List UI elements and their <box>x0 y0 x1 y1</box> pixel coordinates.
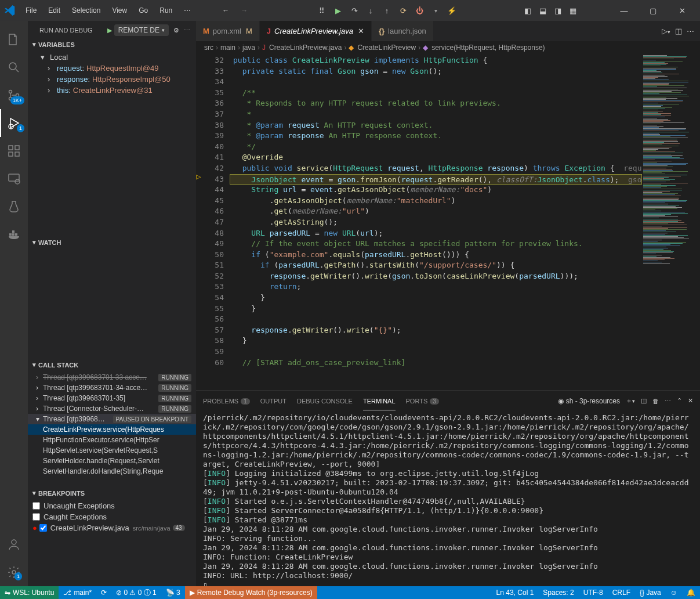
status-language[interactable]: {} Java <box>635 589 666 597</box>
callstack-frame[interactable]: CreateLinkPreview.service(HttpReques <box>28 424 196 435</box>
bp-uncaught-exceptions[interactable]: Uncaught Exceptions <box>28 500 196 511</box>
run-icon[interactable]: ▷▾ <box>662 27 670 35</box>
settings-gear-icon[interactable]: 1 <box>0 558 28 586</box>
status-eol[interactable]: CRLF <box>608 589 635 597</box>
status-branch[interactable]: ⎇main* <box>59 589 96 597</box>
remote-explorer-icon[interactable] <box>0 165 28 193</box>
menu-go[interactable]: Go <box>134 4 153 17</box>
accounts-icon[interactable] <box>0 531 28 558</box>
minimize-button[interactable]: — <box>611 0 637 21</box>
status-ports[interactable]: 📡 3 <box>161 589 185 597</box>
hot-reload-icon[interactable]: ⚡ <box>445 4 458 17</box>
restart-icon[interactable]: ⟳ <box>397 4 409 17</box>
search-icon[interactable] <box>0 53 28 81</box>
tab-more-icon[interactable]: ⋯ <box>687 27 694 35</box>
status-remote[interactable]: ⇋WSL: Ubuntu <box>0 586 59 599</box>
close-tab-icon[interactable]: ✕ <box>358 27 364 35</box>
bp-caught-exceptions[interactable]: Caught Exceptions <box>28 511 196 522</box>
code-editor[interactable]: ▷ 32333435363738394041424344454647484950… <box>196 54 700 390</box>
maximize-panel-icon[interactable]: ⌃ <box>677 397 682 405</box>
step-out-icon[interactable]: ↑ <box>380 4 393 17</box>
file-tab[interactable]: {}launch.json <box>372 21 434 41</box>
callstack-thread-row[interactable]: ›Thread [qtp399683701-35]RUNNING <box>28 393 196 403</box>
breakpoints-section-header[interactable]: ▾BREAKPOINTS <box>28 487 196 499</box>
callstack-frame[interactable]: ServletHandler.doHandle(String,Reque <box>28 466 196 477</box>
minimap[interactable] <box>642 54 700 390</box>
debug-settings-icon[interactable]: ⚙ <box>173 27 179 34</box>
variables-section-header[interactable]: ▾VARIABLES <box>28 38 196 50</box>
bp-file-checkbox[interactable] <box>39 524 47 532</box>
status-notifications[interactable]: 🔔 <box>682 589 700 597</box>
callstack-thread-row[interactable]: ›Thread [qtp399683701-34-acce…RUNNING <box>28 383 196 393</box>
bp-uncaught-checkbox[interactable] <box>32 502 40 510</box>
status-feedback[interactable]: ☺ <box>666 589 682 597</box>
status-sync[interactable]: ⟳ <box>96 589 111 597</box>
new-terminal-icon[interactable]: ＋▾ <box>626 396 635 405</box>
kill-terminal-icon[interactable]: 🗑 <box>652 398 659 405</box>
source-control-icon[interactable]: 1K+ <box>0 81 28 109</box>
layout-sidebar-right-icon[interactable]: ◨ <box>552 4 564 17</box>
watch-section-header[interactable]: ▾WATCH <box>28 236 196 248</box>
debug-more-icon[interactable]: ⋯ <box>184 27 190 34</box>
file-tab[interactable]: Mpom.xmlM <box>196 21 260 41</box>
callstack-thread-row[interactable]: ›Thread [qtp399683701 33 acce…RUNNING <box>28 372 196 383</box>
step-into-icon[interactable]: ↓ <box>364 4 377 17</box>
breakpoint-marker-icon[interactable]: ▷ <box>196 173 201 181</box>
split-editor-icon[interactable]: ◫ <box>675 27 682 35</box>
menu-more[interactable]: ⋯ <box>179 4 195 17</box>
callstack-frame[interactable]: HttpFunctionExecutor.service(HttpSer <box>28 435 196 445</box>
step-over-icon[interactable]: ↷ <box>348 4 361 17</box>
panel-tab-ports[interactable]: PORTS3 <box>406 396 439 406</box>
docker-icon[interactable] <box>0 221 28 248</box>
debug-config-select[interactable]: Remote De ▾ <box>114 24 169 36</box>
testing-icon[interactable] <box>0 193 28 221</box>
status-indent[interactable]: Spaces: 2 <box>538 589 578 597</box>
menu-edit[interactable]: Edit <box>43 4 65 17</box>
panel-tab-output[interactable]: OUTPUT <box>260 396 286 406</box>
terminal-content[interactable]: /pierrick/.m2/repository/io/cloudevents/… <box>196 411 700 586</box>
disconnect-icon[interactable]: ⏻ <box>413 4 426 17</box>
variable-row[interactable]: ›response: HttpResponseImpl@50 <box>34 74 196 85</box>
bp-file-row[interactable]: ●CreateLinkPreview.javasrc/main/java43 <box>28 522 196 533</box>
menu-run[interactable]: Run <box>155 4 177 17</box>
panel-tab-debugconsole[interactable]: DEBUG CONSOLE <box>297 396 353 406</box>
callstack-section-header[interactable]: ▾CALL STACK <box>28 359 196 371</box>
run-debug-icon[interactable]: 1 <box>0 109 28 137</box>
panel-tab-problems[interactable]: PROBLEMS1 <box>203 396 250 406</box>
explorer-icon[interactable] <box>0 26 28 53</box>
callstack-thread-paused[interactable]: ▾Thread [qtp39968…PAUSED ON BREAKPOINT <box>28 414 196 424</box>
extensions-icon[interactable] <box>0 137 28 165</box>
variables-scope-local[interactable]: ▾Local <box>34 52 196 63</box>
layout-sidebar-left-icon[interactable]: ◧ <box>521 4 534 17</box>
bp-caught-checkbox[interactable] <box>32 513 40 521</box>
variable-row[interactable]: ›this: CreateLinkPreview@31 <box>34 85 196 96</box>
status-problems[interactable]: ⊘ 0 ⚠ 0 ⓘ 1 <box>111 588 161 598</box>
panel-tab-terminal[interactable]: TERMINAL <box>363 396 396 406</box>
layout-panel-icon[interactable]: ⬓ <box>536 4 549 17</box>
menu-file[interactable]: File <box>21 4 41 17</box>
drag-handle-icon[interactable]: ⠿ <box>315 4 328 17</box>
callstack-thread-row[interactable]: ›Thread [Connector-Scheduler-…RUNNING <box>28 403 196 414</box>
callstack-frame[interactable]: HttpServlet.service(ServletRequest,S <box>28 445 196 456</box>
close-panel-icon[interactable]: ✕ <box>688 397 693 405</box>
continue-icon[interactable]: ▶ <box>332 4 344 17</box>
menu-selection[interactable]: Selection <box>67 4 105 17</box>
status-debug-session[interactable]: ▶Remote Debug Watch (3p-resources) <box>185 586 317 599</box>
nav-back-button[interactable]: ← <box>217 4 234 17</box>
close-window-button[interactable]: ✕ <box>669 0 695 21</box>
debug-dropdown-icon[interactable]: ▾ <box>429 4 442 17</box>
maximize-button[interactable]: ▢ <box>640 0 666 21</box>
panel-more-icon[interactable]: ⋯ <box>665 397 671 405</box>
status-cursor[interactable]: Ln 43, Col 1 <box>492 589 539 597</box>
split-terminal-icon[interactable]: ◫ <box>641 397 647 405</box>
file-tab[interactable]: JCreateLinkPreview.java✕ <box>260 21 372 41</box>
code-content[interactable]: public class CreateLinkPreview implement… <box>230 54 642 390</box>
menu-view[interactable]: View <box>107 4 132 17</box>
breadcrumb[interactable]: src› main› java› JCreateLinkPreview.java… <box>196 41 700 54</box>
status-encoding[interactable]: UTF-8 <box>579 589 608 597</box>
variable-row[interactable]: ›request: HttpRequestImpl@49 <box>34 63 196 74</box>
layout-customize-icon[interactable]: ▦ <box>567 4 579 17</box>
terminal-shell-indicator[interactable]: ◉sh - 3p-resources <box>558 397 620 405</box>
callstack-frame[interactable]: ServletHolder.handle(Request,Servlet <box>28 456 196 466</box>
start-debug-icon[interactable]: ▶ <box>107 27 112 34</box>
